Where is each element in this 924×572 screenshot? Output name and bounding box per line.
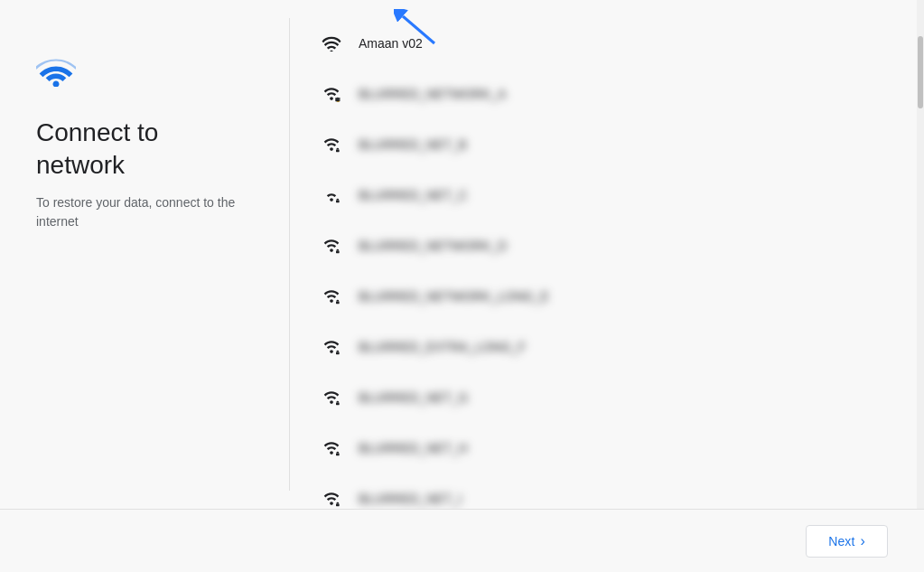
network-name: BLURRED_NET_G	[359, 390, 468, 405]
page-subtitle: To restore your data, connect to the int…	[36, 193, 253, 231]
svg-rect-6	[336, 149, 340, 152]
wifi-lock-icon: 🔒	[319, 81, 344, 107]
svg-rect-12	[336, 453, 340, 455]
network-list: Amaan v02 🔒 B	[308, 18, 881, 509]
list-item[interactable]: BLURRED_NET_I	[308, 474, 881, 509]
wifi-lock-icon	[319, 385, 344, 410]
network-name: BLURRED_EXTRA_LONG_F	[359, 340, 526, 354]
left-panel: Connect to network To restore your data,…	[0, 0, 289, 509]
network-name: BLURRED_NETWORK_LONG_E	[359, 289, 549, 304]
next-button[interactable]: Next ›	[806, 525, 888, 558]
scrollbar-thumb	[918, 36, 923, 108]
wifi-lock-icon	[319, 486, 344, 509]
list-item[interactable]: BLURRED_NETWORK_LONG_E	[308, 271, 881, 322]
wifi-lock-icon	[319, 436, 344, 461]
wifi-lock-icon	[319, 183, 344, 208]
list-item[interactable]: BLURRED_EXTRA_LONG_F	[308, 322, 881, 372]
list-item[interactable]: BLURRED_NET_G	[308, 372, 881, 423]
svg-rect-8	[336, 250, 340, 253]
svg-rect-5	[336, 98, 340, 101]
wifi-icon	[319, 31, 344, 56]
wifi-large-icon	[36, 54, 253, 95]
list-item[interactable]: Amaan v02	[308, 18, 881, 69]
network-name: BLURRED_NETWORK_A	[359, 87, 506, 101]
network-list-panel[interactable]: Amaan v02 🔒 B	[290, 0, 917, 509]
network-name: BLURRED_NET_H	[359, 441, 468, 455]
network-name: BLURRED_NET_C	[359, 188, 468, 202]
list-item[interactable]: BLURRED_NET_B	[308, 119, 881, 170]
svg-rect-9	[336, 301, 340, 304]
page-scrollbar[interactable]	[917, 0, 924, 509]
svg-rect-11	[336, 402, 340, 405]
wifi-lock-icon	[319, 334, 344, 360]
page-title: Connect to network	[36, 117, 253, 183]
wifi-lock-icon	[319, 233, 344, 258]
list-item[interactable]: BLURRED_NETWORK_D	[308, 220, 881, 271]
wifi-lock-icon	[319, 132, 344, 157]
next-label: Next	[828, 534, 854, 549]
list-item[interactable]: BLURRED_NET_C	[308, 170, 881, 220]
wifi-lock-icon	[319, 284, 344, 309]
list-item[interactable]: 🔒 BLURRED_NETWORK_A	[308, 69, 881, 119]
list-item[interactable]: BLURRED_NET_H	[308, 423, 881, 474]
network-name: Amaan v02	[359, 36, 423, 51]
svg-rect-10	[336, 352, 340, 354]
network-name: BLURRED_NET_I	[359, 492, 462, 506]
network-name: BLURRED_NET_B	[359, 137, 467, 152]
svg-rect-7	[336, 200, 340, 202]
bottom-bar: Next ›	[0, 509, 924, 572]
svg-rect-13	[336, 503, 340, 506]
network-name: BLURRED_NETWORK_D	[359, 239, 507, 253]
next-chevron-icon: ›	[861, 533, 865, 549]
